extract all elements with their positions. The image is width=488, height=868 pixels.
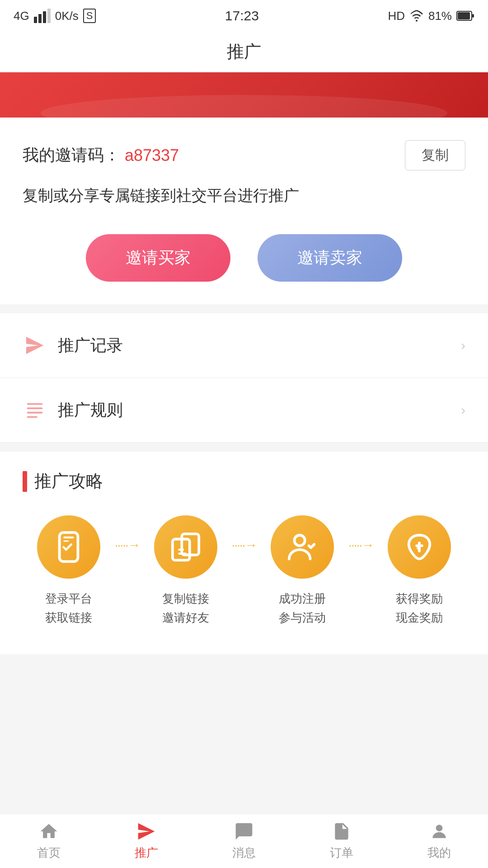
title-bar: 推广 bbox=[0, 32, 488, 72]
invite-buyer-button[interactable]: 邀请买家 bbox=[86, 234, 230, 282]
svg-point-13 bbox=[295, 535, 305, 546]
flow-arrow-3: ·····→ bbox=[348, 515, 373, 552]
menu-list: 推广记录 › 推广规则 › bbox=[0, 313, 488, 443]
sd-icon: S bbox=[83, 9, 96, 23]
status-bar: 4G 0K/s S 17:23 HD 81% bbox=[0, 0, 488, 32]
menu-label-promo-rules: 推广规则 bbox=[58, 399, 123, 421]
data-speed: 0K/s bbox=[55, 9, 79, 23]
hd-label: HD bbox=[388, 9, 405, 23]
flow-step-reward: ¥ 获得奖励 现金奖励 bbox=[373, 515, 465, 627]
nav-promo[interactable]: 推广 bbox=[98, 821, 195, 861]
nav-messages[interactable]: 消息 bbox=[195, 821, 293, 861]
flow-step-login: 登录平台 获取链接 bbox=[23, 515, 115, 627]
nav-mine[interactable]: 我的 bbox=[390, 821, 488, 861]
svg-rect-3 bbox=[472, 14, 474, 18]
menu-item-promo-rules[interactable]: 推广规则 › bbox=[0, 378, 488, 443]
step-copy-label: 复制链接 邀请好友 bbox=[162, 590, 209, 627]
step-copy-icon bbox=[154, 515, 217, 579]
mine-nav-icon bbox=[429, 821, 449, 841]
svg-text:¥: ¥ bbox=[416, 544, 420, 551]
nav-promo-label: 推广 bbox=[135, 845, 158, 861]
invite-section: 我的邀请码： a87337 复制 复制或分享专属链接到社交平台进行推广 bbox=[0, 118, 488, 225]
nav-orders-label: 订单 bbox=[330, 845, 353, 861]
strategy-title-text: 推广攻略 bbox=[34, 470, 103, 493]
bottom-nav: 首页 推广 消息 订单 我的 bbox=[0, 814, 488, 868]
chevron-right-icon-2: › bbox=[461, 402, 465, 418]
send-icon bbox=[23, 333, 47, 358]
chevron-right-icon: › bbox=[461, 338, 465, 353]
main-content: 我的邀请码： a87337 复制 复制或分享专属链接到社交平台进行推广 邀请买家… bbox=[0, 72, 488, 868]
status-time: 17:23 bbox=[225, 8, 259, 24]
invite-code-label: 我的邀请码： a87337 bbox=[23, 144, 179, 166]
copy-button[interactable]: 复制 bbox=[405, 140, 465, 170]
invite-seller-button[interactable]: 邀请卖家 bbox=[258, 234, 402, 282]
strategy-bar-icon bbox=[23, 471, 27, 492]
flow-arrow-1: ·····→ bbox=[115, 515, 140, 552]
flow-steps: 登录平台 获取链接 ·····→ 复制链接 邀请好友 bbox=[23, 515, 465, 627]
invite-label-text: 我的邀请码： bbox=[23, 144, 120, 166]
svg-point-0 bbox=[416, 20, 418, 22]
page-title: 推广 bbox=[227, 40, 261, 63]
orders-nav-icon bbox=[332, 821, 352, 841]
svg-rect-6 bbox=[27, 412, 43, 414]
battery-icon bbox=[456, 11, 474, 21]
svg-rect-10 bbox=[63, 540, 69, 542]
home-nav-icon bbox=[39, 821, 59, 841]
battery-percent: 81% bbox=[428, 9, 452, 23]
action-buttons: 邀请买家 邀请卖家 bbox=[0, 225, 488, 304]
svg-rect-2 bbox=[458, 12, 470, 19]
menu-item-left-rules: 推广规则 bbox=[23, 398, 123, 422]
invite-code-row: 我的邀请码： a87337 复制 bbox=[23, 140, 465, 170]
step-reward-icon: ¥ bbox=[388, 515, 451, 579]
status-right: HD 81% bbox=[388, 9, 474, 23]
network-type: 4G bbox=[14, 9, 29, 23]
flow-arrow-2: ·····→ bbox=[232, 515, 257, 552]
svg-rect-9 bbox=[63, 537, 74, 538]
strategy-title: 推广攻略 bbox=[23, 470, 465, 493]
nav-home[interactable]: 首页 bbox=[0, 821, 98, 861]
nav-home-label: 首页 bbox=[37, 845, 61, 861]
step-login-icon bbox=[37, 515, 100, 579]
share-description: 复制或分享专属链接到社交平台进行推广 bbox=[23, 184, 465, 207]
menu-label-promo-record: 推广记录 bbox=[58, 335, 123, 357]
status-left: 4G 0K/s S bbox=[14, 9, 96, 23]
step-register-label: 成功注册 参与活动 bbox=[279, 590, 326, 627]
red-banner bbox=[0, 72, 488, 118]
list-icon bbox=[23, 398, 47, 422]
menu-item-promo-record[interactable]: 推广记录 › bbox=[0, 313, 488, 378]
nav-orders[interactable]: 订单 bbox=[293, 821, 390, 861]
flow-step-register: 成功注册 参与活动 bbox=[256, 515, 348, 627]
step-register-icon bbox=[271, 515, 334, 579]
messages-nav-icon bbox=[234, 821, 254, 841]
nav-mine-label: 我的 bbox=[427, 845, 451, 861]
svg-rect-5 bbox=[27, 407, 43, 409]
svg-rect-7 bbox=[27, 416, 38, 418]
step-login-label: 登录平台 获取链接 bbox=[45, 590, 92, 627]
wifi-icon bbox=[409, 9, 424, 23]
flow-step-copy: 复制链接 邀请好友 bbox=[140, 515, 232, 627]
invite-code-value: a87337 bbox=[125, 146, 179, 165]
menu-item-left: 推广记录 bbox=[23, 333, 123, 358]
strategy-section: 推广攻略 登录平台 获取链接 ·····→ bbox=[0, 452, 488, 654]
nav-messages-label: 消息 bbox=[232, 845, 256, 861]
signal-bars bbox=[34, 9, 51, 23]
step-reward-label: 获得奖励 现金奖励 bbox=[396, 590, 443, 627]
promo-nav-icon bbox=[136, 821, 156, 841]
svg-point-15 bbox=[436, 825, 443, 831]
svg-rect-4 bbox=[27, 403, 43, 405]
